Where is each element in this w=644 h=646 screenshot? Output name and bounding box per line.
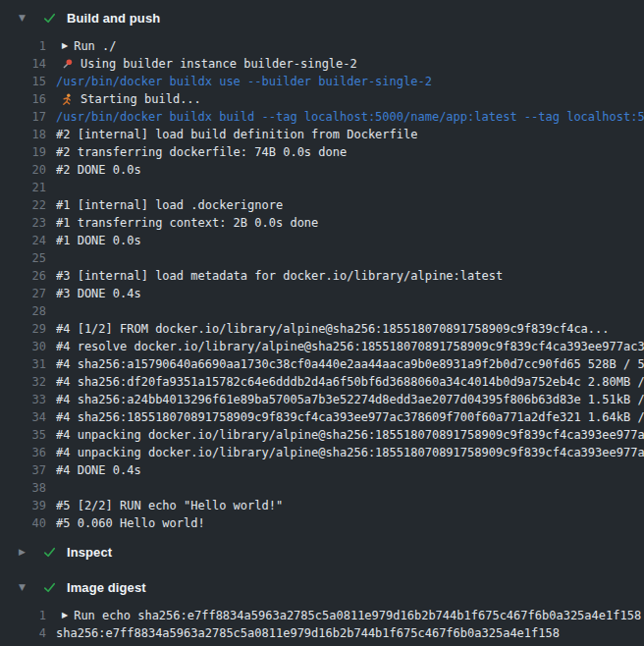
- line-text: #3 [internal] load metadata for docker.i…: [56, 267, 503, 285]
- line-content: [56, 302, 644, 320]
- line-content: #4 sha256:185518070891758909c9f839cf4ca3…: [56, 408, 644, 426]
- line-text: /usr/bin/docker buildx use --builder bui…: [56, 73, 432, 90]
- line-number[interactable]: 29: [0, 320, 46, 338]
- line-content: ▶ Run ./: [56, 37, 644, 55]
- line-number[interactable]: 28: [0, 302, 46, 320]
- line-text: #2 [internal] load build definition from…: [56, 126, 417, 143]
- line-number[interactable]: 38: [0, 479, 46, 497]
- log-line: 38: [0, 479, 644, 497]
- line-content: sha256:e7ff8834a5963a2785c5a0811e979d16b…: [56, 624, 644, 642]
- line-content: #4 DONE 0.4s: [56, 461, 644, 479]
- line-content: #1 DONE 0.0s: [56, 232, 644, 249]
- line-number[interactable]: 17: [0, 108, 46, 126]
- chevron-down-icon[interactable]: ▼: [19, 14, 31, 23]
- line-text: Using builder instance builder-single-2: [80, 55, 357, 73]
- line-content: #5 [2/2] RUN echo "Hello world!": [56, 497, 644, 514]
- log-line: 15 /usr/bin/docker buildx use --builder …: [0, 73, 644, 90]
- line-content: #2 transferring dockerfile: 74B 0.0s don…: [56, 143, 644, 161]
- runner-icon: [61, 93, 74, 106]
- log-line: 30 #4 resolve docker.io/library/alpine@s…: [0, 338, 644, 355]
- line-text: Run echo sha256:e7ff8834a5963a2785c5a081…: [74, 607, 641, 624]
- line-content: #4 sha256:a24bb4013296f61e89ba57005a7b3e…: [56, 391, 644, 408]
- line-content: Starting build...: [56, 90, 644, 108]
- chevron-right-icon[interactable]: ▶: [19, 548, 31, 557]
- line-number[interactable]: 31: [0, 355, 46, 373]
- log-line: 29 #4 [1/2] FROM docker.io/library/alpin…: [0, 320, 644, 338]
- log-lines: 1 ▶ Run ./ 14 Using builder instance bui…: [0, 35, 644, 534]
- log-line: 33 #4 sha256:a24bb4013296f61e89ba57005a7…: [0, 391, 644, 408]
- line-text: #4 unpacking docker.io/library/alpine@sh…: [56, 444, 644, 461]
- check-icon: [42, 580, 57, 595]
- log-line: 28: [0, 302, 644, 320]
- line-number[interactable]: 39: [0, 497, 46, 514]
- line-content: #4 sha256:df20fa9351a15782c64e6dddb2d4a6…: [56, 373, 644, 391]
- log-line: 23 #1 transferring context: 2B 0.0s done: [0, 214, 644, 232]
- log-line: 26 #3 [internal] load metadata for docke…: [0, 267, 644, 285]
- line-number[interactable]: 34: [0, 408, 46, 426]
- log-lines: 1 ▶ Run echo sha256:e7ff8834a5963a2785c5…: [0, 605, 644, 644]
- log-section: ▼ Build and push 1 ▶ Run ./ 14 Using bui…: [0, 0, 644, 534]
- line-text: sha256:e7ff8834a5963a2785c5a0811e979d16b…: [56, 624, 560, 642]
- line-content: ▶ Run echo sha256:e7ff8834a5963a2785c5a0…: [56, 607, 644, 624]
- line-number[interactable]: 36: [0, 444, 46, 461]
- line-number[interactable]: 21: [0, 179, 46, 196]
- line-number[interactable]: 35: [0, 426, 46, 444]
- line-number[interactable]: 22: [0, 196, 46, 214]
- log-line: 22 #1 [internal] load .dockerignore: [0, 196, 644, 214]
- line-text: #2 DONE 0.0s: [56, 161, 141, 179]
- line-text: #1 DONE 0.0s: [56, 232, 141, 249]
- line-number[interactable]: 19: [0, 143, 46, 161]
- log-viewer: ▼ Build and push 1 ▶ Run ./ 14 Using bui…: [0, 0, 644, 646]
- line-text: #1 [internal] load .dockerignore: [56, 196, 283, 214]
- section-header-inspect[interactable]: ▶ Inspect: [0, 534, 644, 569]
- log-line: 4 sha256:e7ff8834a5963a2785c5a0811e979d1…: [0, 624, 644, 642]
- section-header-build-and-push[interactable]: ▼ Build and push: [0, 0, 644, 35]
- line-number[interactable]: 33: [0, 391, 46, 408]
- run-expand-icon[interactable]: ▶: [62, 42, 68, 50]
- log-line: 20 #2 DONE 0.0s: [0, 161, 644, 179]
- line-number[interactable]: 30: [0, 338, 46, 355]
- line-number[interactable]: 15: [0, 73, 46, 90]
- line-number[interactable]: 32: [0, 373, 46, 391]
- line-number[interactable]: 40: [0, 514, 46, 532]
- run-expand-icon[interactable]: ▶: [62, 612, 68, 619]
- line-number[interactable]: 25: [0, 249, 46, 267]
- log-line: 1 ▶ Run echo sha256:e7ff8834a5963a2785c5…: [0, 607, 644, 624]
- line-number[interactable]: 18: [0, 126, 46, 143]
- line-content: #4 unpacking docker.io/library/alpine@sh…: [56, 444, 644, 461]
- section-header-image-digest[interactable]: ▼ Image digest: [0, 569, 644, 605]
- line-text: #4 [1/2] FROM docker.io/library/alpine@s…: [56, 320, 610, 338]
- line-number[interactable]: 1: [0, 37, 46, 55]
- line-number[interactable]: 16: [0, 90, 46, 108]
- line-text: #2 transferring dockerfile: 74B 0.0s don…: [56, 143, 347, 161]
- line-content: #2 [internal] load build definition from…: [56, 126, 644, 143]
- line-text: #4 sha256:a15790640a6690aa1730c38cf0a440…: [56, 355, 644, 373]
- line-content: /usr/bin/docker buildx build --tag local…: [56, 108, 644, 126]
- line-content: [56, 249, 644, 267]
- line-number[interactable]: 24: [0, 232, 46, 249]
- line-number[interactable]: 37: [0, 461, 46, 479]
- log-line: 19 #2 transferring dockerfile: 74B 0.0s …: [0, 143, 644, 161]
- line-number[interactable]: 23: [0, 214, 46, 232]
- line-text: #5 0.060 Hello world!: [56, 514, 205, 532]
- chevron-down-icon[interactable]: ▼: [19, 583, 31, 592]
- section-title: Build and push: [67, 11, 160, 26]
- line-number[interactable]: 1: [0, 607, 46, 624]
- line-content: [56, 479, 644, 497]
- log-line: 32 #4 sha256:df20fa9351a15782c64e6dddb2d…: [0, 373, 644, 391]
- line-number[interactable]: 4: [0, 624, 46, 642]
- line-number[interactable]: 14: [0, 55, 46, 73]
- line-text: #4 sha256:df20fa9351a15782c64e6dddb2d4a6…: [56, 373, 644, 391]
- check-icon: [42, 545, 57, 560]
- line-number[interactable]: 20: [0, 161, 46, 179]
- check-icon: [42, 11, 57, 26]
- line-text: #4 unpacking docker.io/library/alpine@sh…: [56, 426, 644, 444]
- line-text: #1 transferring context: 2B 0.0s done: [56, 214, 318, 232]
- line-content: Using builder instance builder-single-2: [56, 55, 644, 73]
- log-section: ▶ Inspect: [0, 534, 644, 569]
- log-line: 16 Starting build...: [0, 90, 644, 108]
- log-line: 27 #3 DONE 0.4s: [0, 285, 644, 302]
- log-line: 1 ▶ Run ./: [0, 37, 644, 55]
- line-number[interactable]: 27: [0, 285, 46, 302]
- line-number[interactable]: 26: [0, 267, 46, 285]
